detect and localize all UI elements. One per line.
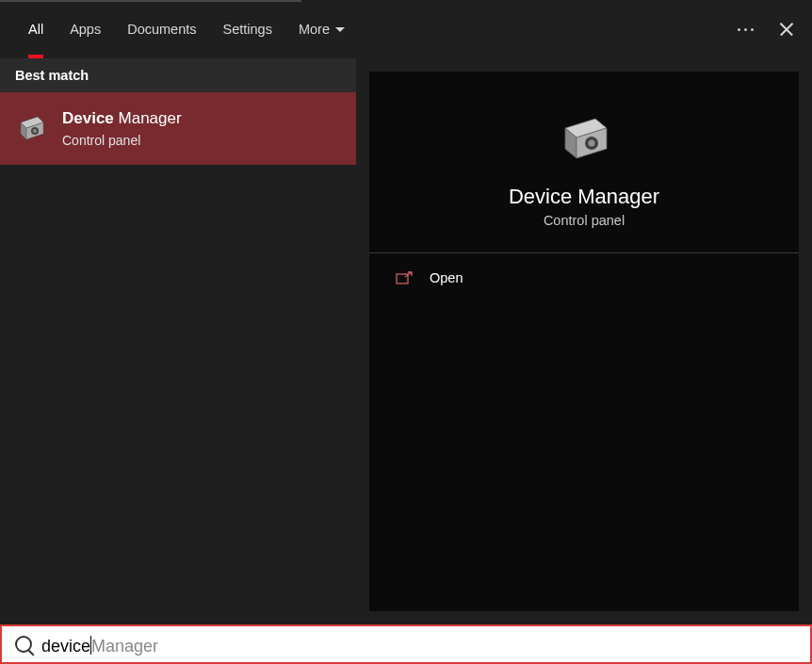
preview-panel: Device Manager Control panel Open <box>356 58 812 624</box>
result-item-device-manager[interactable]: Device Manager Control panel <box>0 92 356 165</box>
top-right-controls <box>738 21 812 38</box>
result-title-rest: Manager <box>114 109 182 127</box>
device-manager-icon <box>15 113 47 145</box>
device-manager-large-icon <box>556 115 612 166</box>
result-title-match: Device <box>62 109 114 127</box>
section-header-best-match: Best match <box>0 58 356 92</box>
preview-card: Device Manager Control panel Open <box>369 72 799 611</box>
open-icon <box>396 271 413 284</box>
chevron-down-icon <box>335 27 345 32</box>
search-typed-text: device <box>41 637 90 656</box>
tab-more-label: More <box>299 22 330 37</box>
results-panel: Best match Device Manager Control panel <box>0 58 356 624</box>
result-text: Device Manager Control panel <box>62 107 182 150</box>
tab-more[interactable]: More <box>285 0 358 58</box>
search-input[interactable]: device Manager <box>41 633 797 656</box>
preview-header: Device Manager Control panel <box>369 72 799 252</box>
search-icon <box>15 636 32 653</box>
result-subtitle: Control panel <box>62 132 182 151</box>
tab-documents[interactable]: Documents <box>114 0 209 58</box>
svg-point-4 <box>33 129 37 133</box>
search-suggestion-text: Manager <box>91 637 158 656</box>
action-open-label: Open <box>430 270 463 285</box>
preview-title: Device Manager <box>509 185 659 209</box>
result-title: Device Manager <box>62 107 182 130</box>
text-cursor <box>90 636 91 655</box>
tab-all[interactable]: All <box>15 0 57 58</box>
preview-subtitle: Control panel <box>544 213 625 228</box>
svg-point-9 <box>589 140 595 147</box>
action-open[interactable]: Open <box>369 253 799 302</box>
close-button[interactable] <box>778 21 795 38</box>
tab-settings[interactable]: Settings <box>210 0 285 58</box>
filter-tabs: All Apps Documents Settings More <box>0 0 358 58</box>
main-content: Best match Device Manager Control panel <box>0 58 812 624</box>
top-bar: All Apps Documents Settings More <box>0 0 812 58</box>
tab-apps[interactable]: Apps <box>57 0 114 58</box>
search-bar[interactable]: device Manager <box>0 624 812 664</box>
more-options-button[interactable] <box>738 28 754 31</box>
